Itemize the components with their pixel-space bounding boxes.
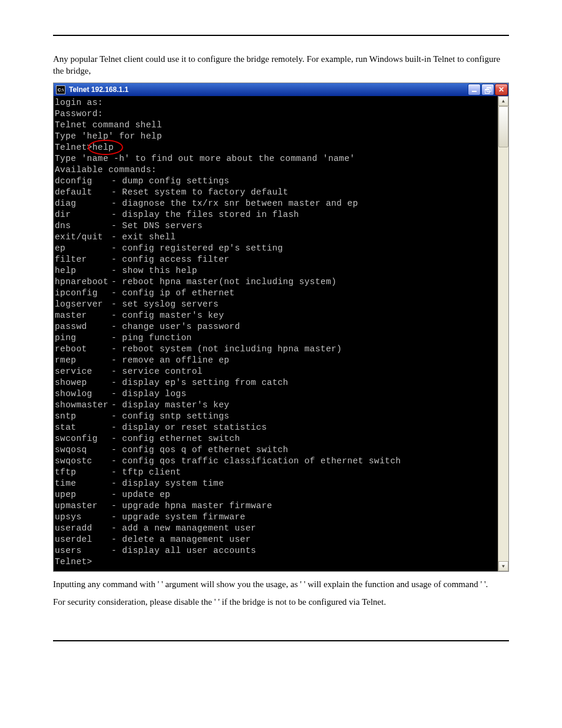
command-name: master (55, 310, 106, 321)
command-description: - add a new management user (111, 523, 256, 533)
command-name: swqostc (55, 456, 106, 467)
text-run: '. (484, 579, 488, 589)
command-name: userdel (55, 534, 106, 545)
command-description: - config master's key (111, 311, 224, 320)
command-description: - remove an offline ep (111, 355, 229, 365)
command-name: filter (55, 254, 106, 265)
vertical-scrollbar[interactable]: ▲ ▼ (498, 96, 508, 571)
command-description: - config ethernet switch (111, 434, 240, 443)
terminal-body: login as:Password:Telnet command shellTy… (54, 96, 508, 571)
text-run: ' argument will show you the usage, as ' (161, 579, 302, 589)
terminal-output[interactable]: login as:Password:Telnet command shellTy… (54, 96, 498, 571)
command-name: dns (55, 220, 106, 232)
command-name: swqosq (55, 444, 106, 456)
scroll-track[interactable] (498, 147, 508, 561)
command-name: default (55, 187, 106, 198)
command-description: - config access filter (111, 255, 229, 264)
command-help-row: ping - ping function (55, 332, 495, 344)
command-description: - update ep (111, 490, 170, 499)
command-name: dconfig (55, 176, 106, 187)
command-description: - display or reset statistics (111, 423, 267, 432)
minimize-button[interactable] (468, 84, 481, 95)
command-help-row: dir - display the files stored in flash (55, 209, 495, 220)
text-run: For security consideration, please disab… (53, 597, 216, 607)
command-description: - display system time (111, 479, 224, 488)
command-name: rmep (55, 355, 106, 366)
command-name: logserver (55, 299, 106, 310)
text-run: ' if the bridge is not to be configured … (218, 597, 386, 607)
command-description: - config sntp settings (111, 411, 229, 421)
command-description: - reboot system (not including hpna mast… (111, 344, 342, 354)
window-controls: ✕ (468, 83, 508, 96)
command-help-row: upep - update ep (55, 489, 495, 500)
command-help-row: showlog - display logs (55, 388, 495, 400)
command-description: - display the files stored in flash (111, 210, 299, 219)
terminal-line: Telnet command shell (55, 120, 495, 131)
scroll-down-button[interactable]: ▼ (498, 561, 508, 571)
command-description: - config registered ep's setting (111, 243, 283, 253)
command-name: dir (55, 209, 106, 220)
text-run: Inputting any command with ' (53, 579, 159, 589)
command-name: exit/quit (55, 232, 106, 243)
command-help-row: reboot - reboot system (not including hp… (55, 344, 495, 355)
command-help-row: logserver - set syslog servers (55, 299, 495, 310)
command-help-row: master - config master's key (55, 310, 495, 321)
command-help-row: upsys - upgrade system firmware (55, 512, 495, 523)
command-help-row: help - show this help (55, 265, 495, 276)
prompt-prefix: Telnet> (55, 143, 92, 152)
command-help-row: time - display system time (55, 478, 495, 489)
page: { "paragraphs": { "intro": "Any popular … (0, 0, 562, 728)
command-description: - Reset system to factory default (111, 187, 288, 197)
command-help-row: dconfig - dump config settings (55, 176, 495, 187)
window-titlebar[interactable]: C:\ Telnet 192.168.1.1 ✕ (54, 83, 508, 96)
command-description: - display logs (111, 389, 186, 398)
usage-paragraph: Inputting any command with ' ' argument … (53, 579, 509, 591)
command-name: tftp (55, 467, 106, 478)
telnet-window: C:\ Telnet 192.168.1.1 ✕ login as:Passwo… (53, 83, 509, 572)
command-name: stat (55, 422, 106, 433)
command-description: - config qos q of ethernet switch (111, 445, 288, 454)
command-description: - Set DNS servers (111, 221, 203, 230)
command-help-row: rmep - remove an offline ep (55, 355, 495, 366)
restore-button[interactable] (481, 84, 494, 95)
command-name: help (55, 265, 106, 276)
scroll-up-button[interactable]: ▲ (498, 96, 508, 106)
terminal-line: login as: (55, 97, 495, 108)
command-name: showep (55, 377, 106, 388)
command-name: ipconfig (55, 288, 106, 299)
command-description: - config qos traffic classification of e… (111, 456, 401, 466)
command-description: - delete a management user (111, 535, 251, 544)
command-name: hpnareboot (55, 276, 106, 288)
command-help-row: hpnareboot - reboot hpna master(not incl… (55, 276, 495, 288)
command-help-row: tftp - tftp client (55, 467, 495, 478)
command-name: swconfig (55, 433, 106, 444)
command-description: - service control (111, 367, 203, 376)
command-help-row: swqosq - config qos q of ethernet switch (55, 444, 495, 456)
scroll-thumb[interactable] (498, 106, 508, 147)
command-name: upmaster (55, 500, 106, 512)
terminal-line: Type 'name -h' to find out more about th… (55, 153, 495, 164)
command-help-row: stat - display or reset statistics (55, 422, 495, 433)
command-help-row: showep - display ep's setting from catch (55, 377, 495, 388)
command-description: - reboot hpna master(not including syste… (111, 277, 336, 286)
command-help-row: swconfig - config ethernet switch (55, 433, 495, 444)
command-description: - upgrade system firmware (111, 512, 246, 522)
terminal-line: Telnet> (55, 556, 495, 568)
command-description: - diagnose the tx/rx snr between master … (111, 199, 358, 208)
terminal-prompt-line: Telnet>help (55, 142, 495, 153)
command-help-row: useradd - add a new management user (55, 523, 495, 534)
command-help-row: ep - config registered ep's setting (55, 243, 495, 254)
command-description: - show this help (111, 266, 197, 275)
command-description: - display master's key (111, 400, 229, 410)
command-name: passwd (55, 321, 106, 332)
command-description: - tftp client (111, 467, 181, 477)
close-button[interactable]: ✕ (495, 84, 508, 95)
command-description: - upgrade hpna master firmware (111, 501, 272, 510)
command-help-row: swqostc - config qos traffic classificat… (55, 456, 495, 467)
command-help-row: ipconfig - config ip of ethernet (55, 288, 495, 299)
command-name: upep (55, 489, 106, 500)
cmd-icon: C:\ (56, 85, 65, 94)
command-name: sntp (55, 411, 106, 422)
command-help-row: passwd - change user's password (55, 321, 495, 332)
command-help-row: users - display all user accounts (55, 545, 495, 556)
